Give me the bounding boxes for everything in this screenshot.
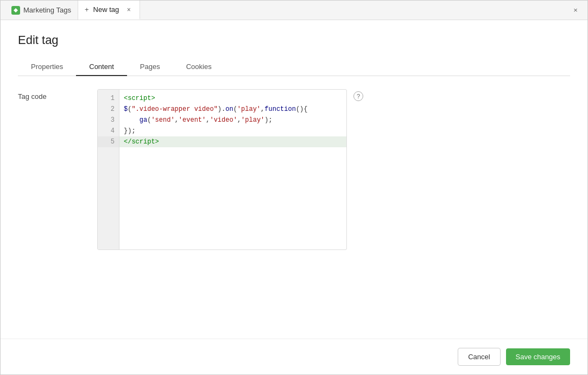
tag-code-label: Tag code bbox=[18, 89, 88, 101]
code-line-1: <script> bbox=[119, 93, 346, 104]
line-number-1: 1 bbox=[98, 93, 119, 104]
section-tabs: Properties Content Pages Cookies bbox=[18, 58, 570, 76]
line-numbers: 12345 bbox=[98, 90, 119, 249]
window-close-button[interactable]: × bbox=[568, 3, 583, 18]
code-line-5: </script> bbox=[119, 136, 346, 147]
tab-new-tag-close[interactable]: × bbox=[124, 5, 133, 14]
save-changes-button[interactable]: Save changes bbox=[506, 348, 570, 365]
code-content[interactable]: <script>$(".video-wrapper video").on('pl… bbox=[119, 90, 346, 249]
code-line-3: ga('send','event','video','play'); bbox=[119, 115, 346, 126]
tab-new-tag-label: New tag bbox=[93, 5, 119, 14]
help-icon[interactable]: ? bbox=[353, 91, 363, 101]
marketing-tags-icon bbox=[11, 6, 20, 15]
code-editor-wrapper: 12345 <script>$(".video-wrapper video").… bbox=[97, 89, 570, 250]
code-editor[interactable]: 12345 <script>$(".video-wrapper video").… bbox=[97, 89, 347, 250]
tab-new-tag[interactable]: + New tag × bbox=[78, 1, 140, 20]
tag-code-field-row: Tag code 12345 <script>$(".video-wrapper… bbox=[18, 89, 570, 250]
tab-marketing-tags-label: Marketing Tags bbox=[23, 6, 71, 14]
tab-bar: Marketing Tags + New tag × × bbox=[1, 1, 587, 20]
window-close-icon: × bbox=[573, 6, 578, 14]
footer: Cancel Save changes bbox=[1, 339, 587, 374]
code-line-4: }); bbox=[119, 126, 346, 136]
main-content: Edit tag Properties Content Pages Cookie… bbox=[1, 20, 587, 339]
new-tab-plus: + bbox=[85, 5, 89, 14]
tab-pages[interactable]: Pages bbox=[127, 58, 173, 76]
code-line-2: $(".video-wrapper video").on('play',func… bbox=[119, 104, 346, 115]
tab-marketing-tags[interactable]: Marketing Tags bbox=[5, 1, 78, 20]
line-number-5: 5 bbox=[98, 136, 119, 147]
svg-marker-0 bbox=[14, 8, 18, 12]
line-number-3: 3 bbox=[98, 115, 119, 126]
tab-cookies[interactable]: Cookies bbox=[173, 58, 225, 76]
tab-content[interactable]: Content bbox=[76, 58, 127, 76]
line-number-2: 2 bbox=[98, 104, 119, 115]
content-area: Tag code 12345 <script>$(".video-wrapper… bbox=[18, 89, 570, 339]
tab-properties[interactable]: Properties bbox=[18, 58, 76, 76]
cancel-button[interactable]: Cancel bbox=[458, 348, 500, 366]
main-window: Marketing Tags + New tag × × Edit tag Pr… bbox=[0, 0, 588, 375]
line-number-4: 4 bbox=[98, 126, 119, 136]
page-title: Edit tag bbox=[18, 33, 570, 47]
